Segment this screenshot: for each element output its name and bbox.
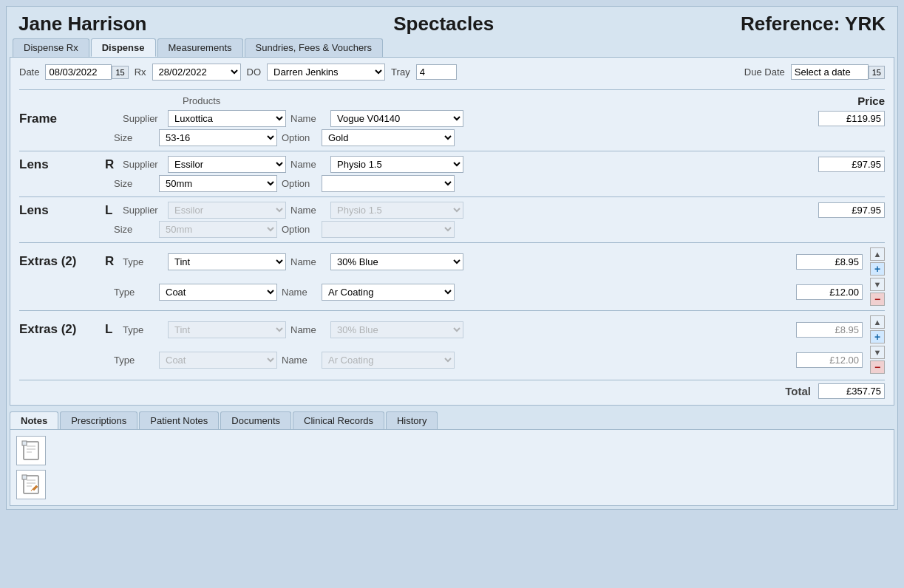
svg-rect-4: [22, 441, 27, 445]
tab-history[interactable]: History: [386, 411, 438, 429]
extras-l-row1: Extras (2) L Type Tint Name 30% Blue ▲ +: [19, 315, 885, 343]
extras-r-remove1[interactable]: −: [870, 293, 885, 306]
frame-section: Frame Supplier Luxottica Name Vogue V041…: [19, 110, 885, 146]
tray-label: Tray: [391, 66, 410, 78]
svg-rect-9: [22, 475, 27, 479]
lens-r-size-label: Size: [114, 178, 154, 189]
extras-r-type2-select[interactable]: Coat: [159, 284, 277, 301]
extras-l-row2: Type Coat Name Ar Coating ▼ −: [19, 346, 885, 374]
lens-l-row2: Size 50mm Option: [19, 221, 885, 238]
extras-l-scroll-up1[interactable]: ▲: [870, 315, 885, 329]
extras-l-type1-label: Type: [123, 324, 163, 335]
do-select[interactable]: Darren Jenkins: [267, 64, 385, 81]
extras-l-controls2: ▼ −: [870, 346, 885, 374]
lens-r-supplier-label: Supplier: [123, 159, 163, 170]
products-label: Products: [183, 95, 220, 106]
extras-r-name2-label: Name: [282, 287, 317, 298]
lens-l-option-label: Option: [282, 224, 317, 235]
notes-icon-edit[interactable]: [16, 470, 46, 499]
lens-l-name-label: Name: [290, 205, 326, 216]
frame-label: Frame: [19, 112, 101, 126]
extras-r-controls1: ▲ +: [870, 247, 885, 276]
extras-l-section: Extras (2) L Type Tint Name 30% Blue ▲ +…: [19, 315, 885, 374]
frame-price[interactable]: [818, 111, 885, 126]
extras-r-scroll-up1[interactable]: ▲: [870, 247, 885, 261]
price-header: Price: [803, 95, 885, 107]
frame-row2: Size 53-16 Option Gold: [19, 129, 885, 146]
tab-sundries[interactable]: Sundries, Fees & Vouchers: [245, 38, 384, 57]
extras-l-name2-label: Name: [282, 355, 317, 366]
frame-size-select[interactable]: 53-16: [159, 129, 277, 146]
tab-dispense-rx[interactable]: Dispense Rx: [13, 38, 89, 57]
extras-r-name2-select[interactable]: Ar Coating: [322, 284, 455, 301]
due-date-input[interactable]: [791, 64, 869, 80]
lens-r-side: R: [105, 157, 118, 172]
extras-r-scroll-down1[interactable]: ▼: [870, 278, 885, 291]
frame-row1: Frame Supplier Luxottica Name Vogue V041…: [19, 110, 885, 127]
extras-r-add1[interactable]: +: [870, 262, 885, 276]
rx-select[interactable]: 28/02/2022: [152, 64, 241, 81]
tab-dispense[interactable]: Dispense: [91, 38, 156, 57]
lens-l-size-label: Size: [114, 224, 154, 235]
extras-l-name1-select[interactable]: 30% Blue: [330, 321, 463, 338]
date-field-wrap: 15: [45, 64, 128, 80]
notes-icons: [16, 436, 46, 499]
main-content: Date 15 Rx 28/02/2022 DO Darren Jenkins …: [10, 57, 894, 406]
lens-l-supplier-select[interactable]: Essilor: [168, 202, 286, 219]
extras-r-price2[interactable]: [796, 284, 863, 300]
extras-l-remove1[interactable]: −: [870, 360, 885, 374]
extras-l-side: L: [105, 322, 118, 337]
frame-supplier-label: Supplier: [123, 113, 163, 124]
extras-r-price1[interactable]: [796, 254, 863, 270]
lens-l-option-select[interactable]: [322, 221, 455, 238]
frame-size-label: Size: [114, 132, 154, 143]
lens-l-row1: Lens L Supplier Essilor Name Physio 1.5: [19, 202, 885, 219]
extras-r-row1: Extras (2) R Type Tint Name 30% Blue ▲ +: [19, 247, 885, 276]
lens-l-price[interactable]: [818, 202, 885, 218]
frame-supplier-select[interactable]: Luxottica: [168, 110, 286, 127]
frame-option-select[interactable]: Gold: [322, 129, 455, 146]
lens-r-size-select[interactable]: 50mm: [159, 175, 277, 192]
tab-measurements[interactable]: Measurements: [157, 38, 243, 57]
lens-l-size-select[interactable]: 50mm: [159, 221, 277, 238]
lens-r-supplier-select[interactable]: Essilor: [168, 156, 286, 173]
lens-l-name-select[interactable]: Physio 1.5: [330, 202, 463, 219]
extras-l-scroll-down1[interactable]: ▼: [870, 346, 885, 359]
tray-input[interactable]: [416, 64, 457, 80]
total-label: Total: [785, 385, 811, 397]
extras-l-type1-select[interactable]: Tint: [168, 321, 286, 338]
due-date-calendar-btn[interactable]: 15: [869, 66, 885, 79]
frame-option-label: Option: [282, 132, 317, 143]
tab-patient-notes[interactable]: Patient Notes: [139, 411, 219, 429]
frame-name-select[interactable]: Vogue V04140: [330, 110, 463, 127]
page-title: Spectacles: [393, 13, 494, 35]
patient-name: Jane Harrison: [18, 13, 146, 35]
date-input[interactable]: [45, 64, 112, 80]
extras-l-add1[interactable]: +: [870, 330, 885, 343]
extras-l-name2-select[interactable]: Ar Coating: [322, 352, 455, 369]
lens-r-price[interactable]: [818, 157, 885, 172]
lens-r-name-select[interactable]: Physio 1.5: [330, 156, 463, 173]
extras-l-type2-select[interactable]: Coat: [159, 352, 277, 369]
tab-prescriptions[interactable]: Prescriptions: [60, 411, 137, 429]
extras-r-section: Extras (2) R Type Tint Name 30% Blue ▲ +…: [19, 247, 885, 306]
lens-l-supplier-label: Supplier: [123, 205, 163, 216]
extras-r-row2: Type Coat Name Ar Coating ▼ −: [19, 278, 885, 306]
date-calendar-btn[interactable]: 15: [112, 66, 128, 79]
lens-r-option-select[interactable]: [322, 175, 455, 192]
extras-l-name1-label: Name: [290, 324, 326, 335]
extras-l-price2: [796, 352, 863, 368]
notes-icon-blank[interactable]: [16, 436, 46, 465]
top-tabs: Dispense Rx Dispense Measurements Sundri…: [7, 38, 897, 57]
extras-r-name1-select[interactable]: 30% Blue: [330, 253, 463, 270]
rx-field-wrap: 28/02/2022: [152, 64, 241, 81]
tab-clinical-records[interactable]: Clinical Records: [293, 411, 384, 429]
date-label: Date: [19, 66, 39, 78]
date-row: Date 15 Rx 28/02/2022 DO Darren Jenkins …: [19, 64, 885, 81]
products-header: Products Price: [19, 95, 885, 107]
extras-r-type1-select[interactable]: Tint: [168, 253, 286, 270]
lens-r-name-label: Name: [290, 159, 326, 170]
tab-notes[interactable]: Notes: [10, 411, 58, 429]
tab-documents[interactable]: Documents: [220, 411, 291, 429]
extras-r-type1-label: Type: [123, 256, 163, 267]
